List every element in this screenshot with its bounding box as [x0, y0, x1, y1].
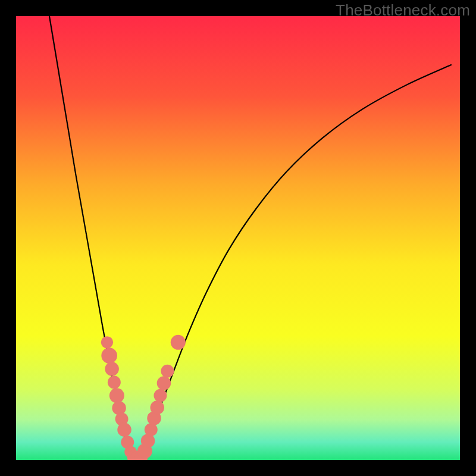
scatter-dot [161, 365, 174, 378]
scatter-dot [101, 336, 113, 348]
scatter-dot [108, 375, 121, 389]
scatter-dot [150, 400, 164, 415]
scatter-dot [171, 335, 186, 350]
scatter-dot [112, 401, 126, 415]
scatter-dot [157, 376, 171, 390]
scatter-dot [105, 362, 119, 376]
scatter-dot [154, 389, 167, 402]
scatter-dot [109, 388, 124, 403]
chart-frame: TheBottleneck.com [0, 0, 476, 476]
plot-area [16, 16, 460, 460]
scatter-dot [117, 423, 131, 437]
gradient-bg [16, 16, 460, 460]
scatter-dot [101, 347, 117, 364]
chart-svg [16, 16, 460, 460]
watermark: TheBottleneck.com [336, 1, 470, 20]
scatter-dot [145, 423, 158, 436]
